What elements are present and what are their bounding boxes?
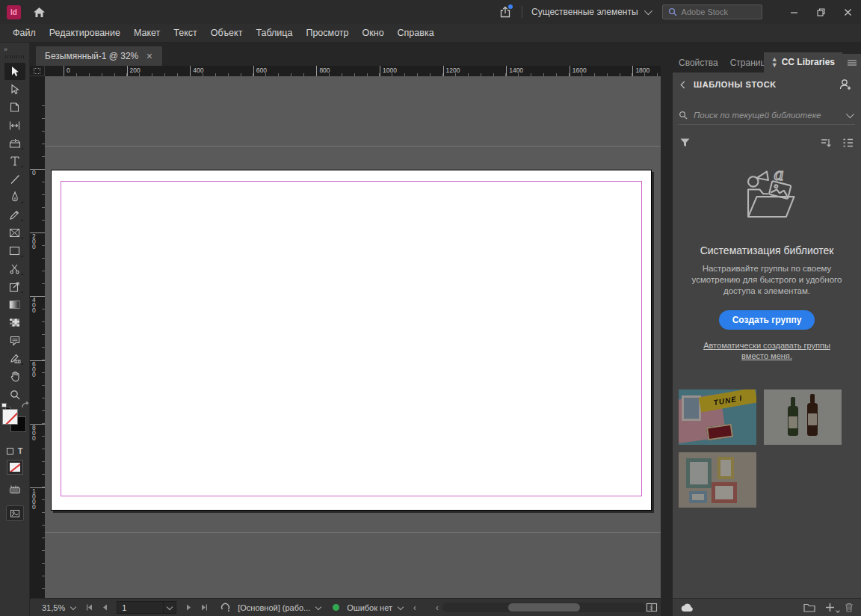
page-dropdown-button[interactable] [163,602,176,613]
panel-menu-icon[interactable] [842,54,861,73]
search-icon [679,111,688,120]
page-number-field[interactable]: 1 [117,601,176,614]
chevron-down-icon [644,7,652,15]
ruler-origin-box[interactable] [30,66,45,76]
gradient-swatch-tool[interactable] [4,296,25,313]
menu-item[interactable]: Редактирование [43,25,127,41]
tab-pages[interactable]: Страницы [724,54,764,73]
fill-swatch[interactable] [2,409,18,425]
errors-status-label[interactable]: Ошибок нет [347,603,392,612]
share-button[interactable] [499,6,511,18]
expand-panel-icon[interactable]: » [0,43,29,54]
back-chevron-icon[interactable] [681,81,688,88]
zoom-level-value[interactable]: 31,5% [42,603,65,612]
last-page-button[interactable] [201,604,209,611]
library-search-input[interactable]: Поиск по текущей библиотеке [679,105,855,125]
screen-mode-button[interactable] [6,505,24,521]
create-group-button[interactable]: Создать группу [719,310,815,330]
previous-page-button[interactable] [102,604,108,611]
zoom-tool[interactable] [4,386,25,403]
restore-button[interactable] [807,0,834,24]
hand-tool[interactable] [4,368,25,385]
direct-selection-tool[interactable] [4,81,25,98]
sort-icon[interactable] [821,138,832,147]
first-page-button[interactable] [85,604,93,611]
frame-tool[interactable] [4,224,25,241]
gradient-feather-tool[interactable] [4,314,25,331]
pen-tool[interactable] [4,188,25,206]
document-tab[interactable]: Безымянный-1 @ 32% ✕ [36,46,162,66]
page-tool[interactable] [4,99,25,116]
menu-item[interactable]: Просмотр [299,25,355,41]
errors-dropdown-chevron-icon[interactable] [398,603,404,609]
add-item-icon[interactable] [825,603,835,612]
home-button[interactable] [33,7,46,18]
horizontal-scrollbar[interactable]: ‹ › [432,602,656,613]
formatting-affects-container-button[interactable] [7,448,13,455]
library-item-picture-frames[interactable] [679,452,756,508]
workspace-selector[interactable]: Существенные элементы [531,7,650,17]
swap-fill-stroke-icon[interactable] [21,401,29,409]
free-transform-tool[interactable] [4,278,25,295]
close-button[interactable] [834,0,861,24]
margin-guides [61,181,642,496]
apply-none-button[interactable] [7,460,23,475]
collapse-panel-icon[interactable]: ▲▼ [771,56,778,68]
scrollbar-thumb[interactable] [508,603,580,612]
pasteboard-guide-bottom [45,532,661,533]
library-item-bottles[interactable] [764,389,842,445]
menu-item[interactable]: Объект [204,25,250,41]
menu-item[interactable]: Окно [356,25,391,41]
color-theme-eyedropper-tool[interactable] [4,350,25,367]
library-item-tune-in-collage[interactable]: TUNE I [679,389,756,445]
panel-grip[interactable] [5,55,25,58]
menu-item[interactable]: Таблица [249,25,299,41]
pencil-tool[interactable] [4,206,25,224]
empty-state-body: Настраивайте группы по своему усмотрению… [688,263,845,297]
close-tab-icon[interactable]: ✕ [146,52,152,61]
organize-libraries-illustration: a [731,162,803,234]
note-tool[interactable] [4,332,25,349]
content-collector-tool[interactable] [4,135,25,152]
rectangle-tool[interactable] [4,242,25,259]
scroll-left-edge-arrow[interactable]: ‹ [413,603,416,613]
type-tool[interactable] [4,153,25,170]
preflight-profile-label[interactable]: [Основной] (рабо... [238,603,310,612]
delete-icon[interactable] [845,603,854,612]
new-folder-icon[interactable] [803,603,815,612]
gap-tool[interactable] [4,117,25,134]
tab-cc-libraries[interactable]: ▲▼ CC Libraries [764,52,842,73]
empty-state-title: Систематизация библиотек [673,244,861,256]
search-scope-chevron-icon[interactable] [846,109,854,117]
status-bar: 31,5% 1 [Основной] (рабо... Ошибок нет ‹… [30,598,661,616]
adobe-stock-search-input[interactable]: Adobe Stock [662,4,762,19]
preflight-dropdown-chevron-icon[interactable] [315,603,321,609]
menu-item[interactable]: Макет [127,25,167,41]
line-tool[interactable] [4,170,25,188]
preflight-icon[interactable] [220,603,230,612]
minimize-button[interactable] [780,0,807,24]
zoom-dropdown-chevron-icon[interactable] [70,603,76,609]
apply-gradient-button[interactable] [4,481,25,498]
auto-create-groups-link[interactable]: Автоматически создавать группы вместо ме… [692,340,842,361]
stock-search-placeholder: Adobe Stock [682,7,728,16]
panel-tab-bar: Свойства Страницы ▲▼ CC Libraries [673,54,861,73]
menu-item[interactable]: Справка [391,25,441,41]
selection-tool[interactable] [4,63,25,80]
invite-collaborator-icon[interactable] [839,78,852,90]
menu-item[interactable]: Текст [167,25,203,41]
filter-icon[interactable] [680,138,690,147]
title-bar: Id Существенные элементы Adobe Stock [0,0,861,24]
list-view-icon[interactable] [842,138,854,147]
scroll-left-arrow[interactable]: ‹ [432,603,442,613]
spread-view-icon[interactable] [646,603,658,612]
formatting-affects-text-button[interactable]: T [18,446,23,455]
library-title: ШАБЛОНЫ STOCK [694,80,777,89]
next-page-button[interactable] [186,604,191,611]
scissors-tool[interactable] [4,260,25,277]
indesign-logo-icon: Id [7,5,21,19]
scrollbar-track[interactable] [442,603,646,612]
cloud-sync-icon[interactable] [680,603,694,612]
menu-item[interactable]: Файл [6,25,43,41]
tab-properties[interactable]: Свойства [673,54,724,73]
